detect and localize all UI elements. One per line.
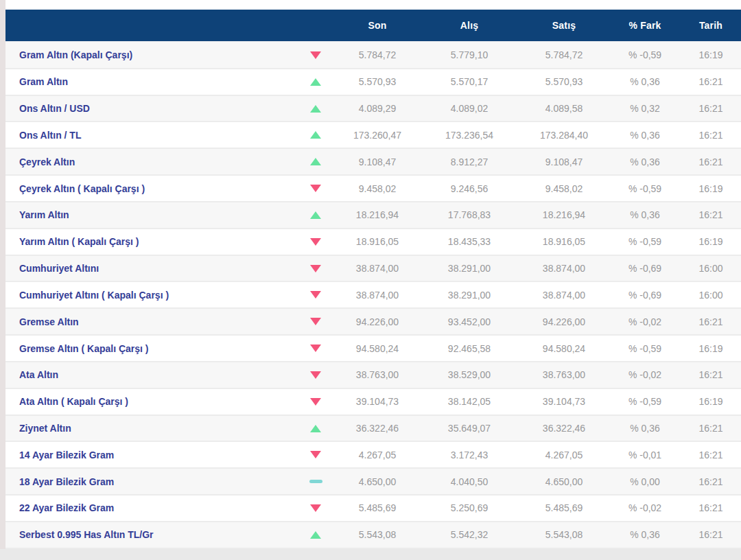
tarih-value: 16:21 [681,450,741,460]
triangle-up-icon [310,78,321,86]
instrument-name-link[interactable]: Cumhuriyet Altını ( Kapalı Çarşı ) [5,290,296,301]
dash-flat-icon [309,480,322,483]
triangle-up-icon [310,158,321,165]
triangle-up-icon [310,105,321,113]
triangle-down-icon [310,345,321,352]
alis-value: 5.542,32 [420,529,519,540]
alis-value: 4.089,02 [420,103,519,114]
fark-value: % -0,69 [609,263,681,274]
triangle-up-icon [310,531,321,539]
trend-cell [296,185,335,192]
tarih-value: 16:21 [681,76,741,87]
table-row: Çeyrek Altın ( Kapalı Çarşı )9.458,029.2… [5,176,741,202]
fark-value: % 0,36 [609,423,681,434]
trend-cell [296,425,335,432]
table-row: Gremse Altın ( Kapalı Çarşı )94.580,2492… [5,336,741,362]
fark-value: % 0,36 [609,156,681,167]
satis-value: 4.089,58 [519,103,609,114]
instrument-name-link[interactable]: Yarım Altın [5,209,296,220]
tarih-value: 16:00 [681,290,741,301]
alis-value: 93.452,00 [420,316,519,327]
son-value: 5.570,93 [335,76,420,87]
son-value: 5.485,69 [335,502,420,513]
alis-value: 17.768,83 [420,209,519,220]
gold-table-body: Gram Altın (Kapalı Çarşı)5.784,725.779,1… [5,43,741,549]
triangle-down-icon [310,238,321,246]
trend-cell [296,211,335,219]
tarih-value: 16:21 [681,156,741,167]
satis-value: 38.874,00 [519,290,609,301]
alis-value: 5.570,17 [420,76,519,87]
table-row: Ons Altın / TL173.260,47173.236,54173.28… [5,122,741,149]
trend-cell [296,480,335,483]
instrument-name-link[interactable]: Gremse Altın ( Kapalı Çarşı ) [5,343,296,354]
instrument-name-link[interactable]: 18 Ayar Bilezik Gram [5,476,296,487]
satis-value: 173.284,40 [519,130,609,141]
son-value: 18.916,05 [335,236,420,247]
table-row: Yarım Altın ( Kapalı Çarşı )18.916,0518.… [5,229,741,256]
son-value: 4.650,00 [335,476,420,487]
instrument-name-link[interactable]: Gremse Altın [5,316,296,327]
son-value: 38.874,00 [335,263,420,274]
son-value: 94.580,24 [335,343,420,354]
alis-value: 173.236,54 [420,130,519,141]
instrument-name-link[interactable]: 22 Ayar Bilezik Gram [5,502,296,513]
tarih-value: 16:19 [681,236,741,247]
instrument-name-link[interactable]: Gram Altın [5,76,296,87]
tarih-value: 16:21 [681,502,741,513]
instrument-name-link[interactable]: 14 Ayar Bilezik Gram [5,450,296,460]
instrument-name-link[interactable]: Ata Altın ( Kapalı Çarşı ) [5,396,296,407]
son-value: 4.089,29 [335,103,420,114]
fark-value: % 0,36 [609,76,681,87]
instrument-name-link[interactable]: Çeyrek Altın [5,156,296,167]
satis-value: 36.322,46 [519,423,609,434]
fark-value: % -0,02 [609,502,681,513]
instrument-name-link[interactable]: Yarım Altın ( Kapalı Çarşı ) [5,236,296,247]
satis-value: 5.570,93 [519,76,609,87]
alis-value: 9.246,56 [420,183,519,194]
triangle-down-icon [310,265,321,272]
son-value: 173.260,47 [335,130,420,141]
alis-value: 5.250,69 [420,502,519,513]
table-row: 14 Ayar Bilezik Gram4.267,053.172,434.26… [5,442,741,469]
trend-cell [296,451,335,458]
fark-value: % -0,59 [609,236,681,247]
triangle-down-icon [310,185,321,192]
table-row: Gram Altın (Kapalı Çarşı)5.784,725.779,1… [5,43,741,69]
satis-value: 38.874,00 [519,263,609,274]
instrument-name-link[interactable]: Ata Altın [5,369,296,380]
page-left-margin-strip [0,0,5,549]
table-row: Ata Altın38.763,0038.529,0038.763,00% -0… [5,362,741,389]
tarih-value: 16:21 [681,529,741,540]
satis-value: 38.763,00 [519,369,609,380]
trend-cell [296,371,335,379]
trend-cell [296,345,335,352]
fark-value: % 0,36 [609,209,681,220]
instrument-name-link[interactable]: Çeyrek Altın ( Kapalı Çarşı ) [5,183,296,194]
alis-value: 38.291,00 [420,290,519,301]
fark-value: % -0,69 [609,290,681,301]
table-row: Serbest 0.995 Has Altın TL/Gr5.543,085.5… [5,522,741,549]
instrument-name-link[interactable]: Serbest 0.995 Has Altın TL/Gr [5,529,296,540]
instrument-name-link[interactable]: Gram Altın (Kapalı Çarşı) [5,49,296,60]
alis-value: 5.779,10 [420,49,519,60]
table-row: Ons Altın / USD4.089,294.089,024.089,58%… [5,96,741,123]
satis-value: 18.216,94 [519,209,609,220]
trend-cell [296,318,335,325]
tarih-value: 16:21 [681,476,741,487]
fark-value: % 0,00 [609,476,681,487]
instrument-name-link[interactable]: Ons Altın / USD [5,103,296,114]
trend-cell [296,105,335,113]
instrument-name-link[interactable]: Ziynet Altın [5,423,296,434]
triangle-down-icon [310,291,321,299]
instrument-name-link[interactable]: Ons Altın / TL [5,130,296,141]
tarih-value: 16:21 [681,103,741,114]
son-value: 4.267,05 [335,450,420,460]
tarih-value: 16:00 [681,263,741,274]
alis-value: 8.912,27 [420,156,519,167]
trend-cell [296,531,335,539]
fark-value: % -0,02 [609,316,681,327]
instrument-name-link[interactable]: Cumhuriyet Altını [5,263,296,274]
trend-cell [296,504,335,512]
tarih-value: 16:19 [681,49,741,60]
